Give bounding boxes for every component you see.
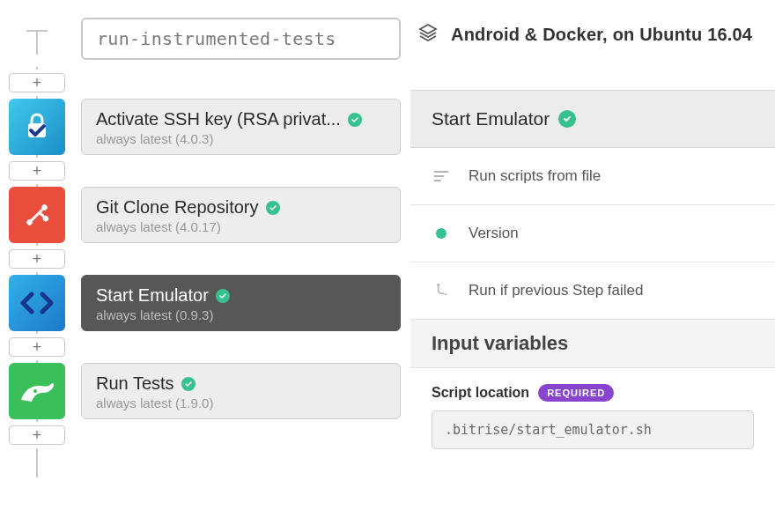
workflow-column: + Activate SSH key (RSA privat...: [0, 0, 410, 532]
svg-point-6: [33, 389, 37, 393]
details-column: Android & Docker, on Ubuntu 16.04 Start …: [410, 0, 775, 532]
option-version[interactable]: Version: [410, 205, 775, 262]
step-version: always latest (1.9.0): [96, 395, 386, 410]
step-icon-code: [9, 275, 65, 331]
add-step-button[interactable]: +: [9, 425, 65, 445]
workflow-name-input[interactable]: [81, 18, 401, 60]
section-input-variables: Input variables: [410, 320, 775, 368]
option-run-if-failed[interactable]: Run if previous Step failed: [410, 262, 775, 320]
step-version: always latest (0.9.3): [96, 307, 386, 322]
branch-icon: [432, 282, 451, 299]
step-title: Activate SSH key (RSA privat...: [96, 109, 341, 129]
verified-badge-icon: [348, 113, 362, 127]
rail-top-glyph: [9, 18, 65, 60]
step-card-start-emulator[interactable]: Start Emulator always latest (0.9.3): [81, 275, 401, 331]
input-script-location: Script location REQUIRED: [410, 368, 775, 465]
option-label: Version: [469, 225, 519, 242]
add-step-button[interactable]: +: [9, 73, 65, 92]
stack-label: Android & Docker, on Ubuntu 16.04: [451, 25, 752, 45]
step-card-run-tests[interactable]: Run Tests always latest (1.9.0): [81, 363, 401, 419]
step-icon-gradle: [9, 363, 65, 419]
input-label: Script location: [432, 385, 529, 401]
stack-selector[interactable]: Android & Docker, on Ubuntu 16.04: [410, 22, 775, 48]
option-label: Run if previous Step failed: [469, 282, 643, 299]
layers-icon: [417, 22, 439, 48]
step-title: Run Tests: [96, 373, 174, 394]
verified-badge-icon: [181, 377, 196, 391]
step-title: Git Clone Repository: [96, 197, 259, 218]
step-card-git-clone[interactable]: Git Clone Repository always latest (4.0.…: [81, 187, 401, 243]
verified-badge-icon: [266, 201, 280, 215]
add-step-button[interactable]: +: [9, 161, 65, 181]
option-label: Run scripts from file: [469, 167, 601, 185]
add-step-button[interactable]: +: [9, 337, 65, 357]
verified-badge-icon: [216, 289, 230, 303]
detail-panel-header: Start Emulator: [410, 91, 775, 148]
step-icon-git: [9, 187, 65, 243]
required-badge: REQUIRED: [538, 384, 614, 402]
detail-title: Start Emulator: [432, 108, 550, 129]
svg-point-7: [437, 284, 439, 286]
option-run-scripts[interactable]: Run scripts from file: [410, 148, 775, 205]
script-location-input[interactable]: [432, 410, 754, 449]
dot-icon: [432, 228, 451, 239]
verified-badge-icon: [558, 110, 576, 128]
step-version: always latest (4.0.3): [96, 131, 386, 146]
step-version: always latest (4.0.17): [96, 219, 386, 234]
step-icon-ssh: [9, 99, 65, 155]
step-card-activate-ssh[interactable]: Activate SSH key (RSA privat... always l…: [81, 99, 401, 155]
script-icon: [432, 167, 451, 185]
step-title: Start Emulator: [96, 285, 209, 306]
add-step-button[interactable]: +: [9, 249, 65, 269]
